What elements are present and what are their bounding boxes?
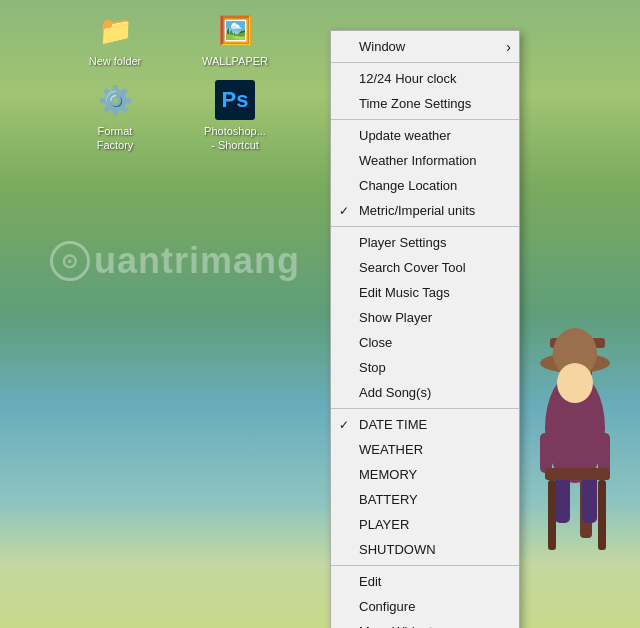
svg-rect-8 [555, 473, 570, 523]
folder-icon: 📁 [95, 10, 135, 50]
menu-item-player-settings[interactable]: Player Settings [331, 230, 519, 255]
context-menu: Window12/24 Hour clockTime Zone Settings… [330, 30, 520, 628]
menu-item-memory[interactable]: MEMORY [331, 462, 519, 487]
svg-rect-10 [545, 468, 610, 480]
menu-item-metric[interactable]: Metric/Imperial units [331, 198, 519, 223]
desktop-icons-row1: 📁 New folder 🖼️ WALLPAPER [80, 10, 270, 68]
svg-rect-6 [540, 433, 552, 473]
menu-item-timezone[interactable]: Time Zone Settings [331, 91, 519, 116]
menu-item-more-widgets[interactable]: More Widgets... [331, 619, 519, 628]
separator-sep5 [331, 565, 519, 566]
menu-item-weather-info[interactable]: Weather Information [331, 148, 519, 173]
svg-point-5 [557, 363, 593, 403]
menu-item-clock[interactable]: 12/24 Hour clock [331, 66, 519, 91]
watermark: ⊙ uantrimang [50, 240, 300, 282]
menu-item-configure[interactable]: Configure [331, 594, 519, 619]
menu-item-window[interactable]: Window [331, 34, 519, 59]
menu-item-close1[interactable]: Close [331, 330, 519, 355]
separator-sep4 [331, 408, 519, 409]
folder-label: New folder [89, 54, 142, 68]
menu-item-search-cover[interactable]: Search Cover Tool [331, 255, 519, 280]
menu-item-weather[interactable]: WEATHER [331, 437, 519, 462]
menu-item-update-weather[interactable]: Update weather [331, 123, 519, 148]
separator-sep2 [331, 119, 519, 120]
separator-sep1 [331, 62, 519, 63]
desktop-icon-wallpaper[interactable]: 🖼️ WALLPAPER [200, 10, 270, 68]
svg-rect-12 [598, 480, 606, 550]
menu-item-stop[interactable]: Stop [331, 355, 519, 380]
menu-item-show-player[interactable]: Show Player [331, 305, 519, 330]
desktop: ⊙ uantrimang 📁 New folder 🖼️ WALLPAPER ⚙… [0, 0, 640, 628]
menu-item-edit[interactable]: Edit [331, 569, 519, 594]
format-factory-label: FormatFactory [97, 124, 134, 153]
desktop-icons-row2: ⚙️ FormatFactory Ps Photoshop...- Shortc… [80, 80, 270, 153]
wallpaper-label: WALLPAPER [202, 54, 268, 68]
separator-sep3 [331, 226, 519, 227]
desktop-icon-photoshop[interactable]: Ps Photoshop...- Shortcut [200, 80, 270, 153]
menu-item-change-location[interactable]: Change Location [331, 173, 519, 198]
desktop-icon-format-factory[interactable]: ⚙️ FormatFactory [80, 80, 150, 153]
menu-item-battery[interactable]: BATTERY [331, 487, 519, 512]
svg-rect-11 [548, 480, 556, 550]
format-factory-icon: ⚙️ [95, 80, 135, 120]
svg-rect-7 [598, 433, 610, 473]
menu-item-shutdown[interactable]: SHUTDOWN [331, 537, 519, 562]
wallpaper-icon: 🖼️ [215, 10, 255, 50]
menu-item-add-song[interactable]: Add Song(s) [331, 380, 519, 405]
photoshop-icon: Ps [215, 80, 255, 120]
desktop-icon-new-folder[interactable]: 📁 New folder [80, 10, 150, 68]
watermark-text: uantrimang [94, 240, 300, 282]
character-decoration [510, 278, 640, 628]
watermark-icon: ⊙ [50, 241, 90, 281]
menu-item-player[interactable]: PLAYER [331, 512, 519, 537]
menu-item-datetime[interactable]: DATE TIME [331, 412, 519, 437]
svg-rect-9 [582, 473, 597, 523]
photoshop-label: Photoshop...- Shortcut [204, 124, 266, 153]
menu-item-edit-music[interactable]: Edit Music Tags [331, 280, 519, 305]
